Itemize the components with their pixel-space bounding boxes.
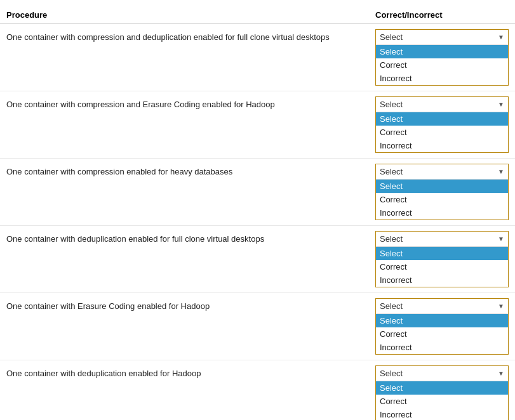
dropdown-wrapper-2: Select▼SelectCorrectIncorrect — [375, 96, 509, 153]
row-text-3: One container with compression enabled f… — [6, 164, 375, 178]
dropdown-option-5-2[interactable]: Incorrect — [376, 341, 508, 354]
dropdown-arrow-icon-4: ▼ — [498, 235, 504, 242]
row-dropdown-3: Select▼SelectCorrectIncorrect — [375, 164, 509, 220]
dropdown-trigger-2[interactable]: Select▼ — [376, 97, 508, 112]
row-text-5: One container with Erasure Coding enable… — [6, 298, 375, 312]
dropdown-option-1-1[interactable]: Correct — [376, 58, 508, 72]
table-row-5: One container with Erasure Coding enable… — [0, 293, 515, 360]
dropdown-selected-label-6: Select — [380, 369, 403, 378]
dropdown-trigger-3[interactable]: Select▼ — [376, 164, 508, 179]
rows-container: One container with compression and dedup… — [0, 24, 515, 420]
dropdown-options-1: SelectCorrectIncorrect — [376, 44, 508, 85]
dropdown-wrapper-5: Select▼SelectCorrectIncorrect — [375, 298, 509, 355]
dropdown-selected-label-3: Select — [380, 167, 403, 176]
dropdown-trigger-6[interactable]: Select▼ — [376, 366, 508, 381]
row-text-6: One container with deduplication enabled… — [6, 365, 375, 379]
dropdown-option-3-0[interactable]: Select — [376, 180, 508, 193]
table-header: Procedure Correct/Incorrect — [0, 6, 515, 24]
table-row-1: One container with compression and dedup… — [0, 24, 515, 91]
row-text-1: One container with compression and dedup… — [6, 29, 375, 43]
dropdown-arrow-icon-3: ▼ — [498, 168, 504, 175]
dropdown-trigger-1[interactable]: Select▼ — [376, 30, 508, 44]
dropdown-trigger-5[interactable]: Select▼ — [376, 299, 508, 313]
dropdown-option-6-0[interactable]: Select — [376, 381, 508, 395]
dropdown-wrapper-6: Select▼SelectCorrectIncorrect — [375, 365, 509, 420]
dropdown-wrapper-4: Select▼SelectCorrectIncorrect — [375, 231, 509, 287]
dropdown-options-5: SelectCorrectIncorrect — [376, 313, 508, 354]
row-dropdown-4: Select▼SelectCorrectIncorrect — [375, 231, 509, 287]
dropdown-option-3-2[interactable]: Incorrect — [376, 206, 508, 220]
dropdown-option-2-2[interactable]: Incorrect — [376, 139, 508, 152]
dropdown-option-5-1[interactable]: Correct — [376, 327, 508, 341]
row-dropdown-5: Select▼SelectCorrectIncorrect — [375, 298, 509, 355]
page-container: Procedure Correct/Incorrect One containe… — [0, 6, 515, 420]
table-row-3: One container with compression enabled f… — [0, 159, 515, 226]
dropdown-selected-label-2: Select — [380, 100, 403, 109]
dropdown-option-4-0[interactable]: Select — [376, 247, 508, 260]
row-text-2: One container with compression and Erasu… — [6, 96, 375, 110]
dropdown-arrow-icon-6: ▼ — [498, 370, 504, 377]
dropdown-option-2-0[interactable]: Select — [376, 112, 508, 126]
dropdown-option-3-1[interactable]: Correct — [376, 193, 508, 206]
dropdown-options-2: SelectCorrectIncorrect — [376, 112, 508, 152]
dropdown-option-5-0[interactable]: Select — [376, 314, 508, 327]
table-row-2: One container with compression and Erasu… — [0, 91, 515, 159]
dropdown-wrapper-1: Select▼SelectCorrectIncorrect — [375, 29, 509, 86]
correct-header: Correct/Incorrect — [375, 10, 509, 20]
dropdown-option-4-1[interactable]: Correct — [376, 260, 508, 273]
dropdown-options-4: SelectCorrectIncorrect — [376, 246, 508, 287]
dropdown-selected-label-1: Select — [380, 32, 403, 42]
row-text-4: One container with deduplication enabled… — [6, 231, 375, 245]
dropdown-option-6-2[interactable]: Incorrect — [376, 408, 508, 420]
dropdown-option-2-1[interactable]: Correct — [376, 126, 508, 139]
dropdown-wrapper-3: Select▼SelectCorrectIncorrect — [375, 164, 509, 220]
dropdown-arrow-icon-2: ▼ — [498, 101, 504, 108]
dropdown-arrow-icon-1: ▼ — [498, 34, 504, 41]
procedure-header: Procedure — [6, 10, 375, 20]
row-dropdown-6: Select▼SelectCorrectIncorrect — [375, 365, 509, 420]
dropdown-options-3: SelectCorrectIncorrect — [376, 179, 508, 220]
dropdown-option-1-2[interactable]: Incorrect — [376, 72, 508, 85]
dropdown-arrow-icon-5: ▼ — [498, 303, 504, 310]
dropdown-selected-label-4: Select — [380, 234, 403, 244]
dropdown-option-6-1[interactable]: Correct — [376, 395, 508, 408]
dropdown-options-6: SelectCorrectIncorrect — [376, 381, 508, 420]
dropdown-option-4-2[interactable]: Incorrect — [376, 273, 508, 287]
table-row-4: One container with deduplication enabled… — [0, 226, 515, 293]
table-row-6: One container with deduplication enabled… — [0, 360, 515, 420]
row-dropdown-1: Select▼SelectCorrectIncorrect — [375, 29, 509, 86]
dropdown-option-1-0[interactable]: Select — [376, 45, 508, 58]
dropdown-selected-label-5: Select — [380, 301, 403, 311]
row-dropdown-2: Select▼SelectCorrectIncorrect — [375, 96, 509, 153]
dropdown-trigger-4[interactable]: Select▼ — [376, 232, 508, 246]
